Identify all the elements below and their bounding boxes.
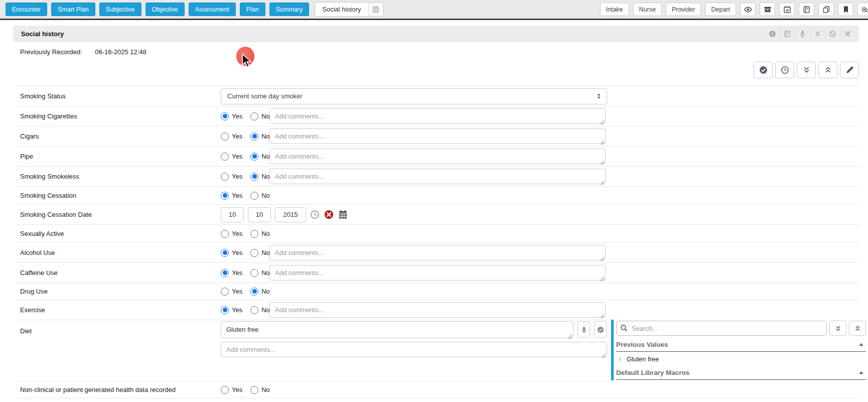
nav-button-objective[interactable]: Objective [146, 3, 185, 16]
cigars-no-radio[interactable]: No [250, 132, 270, 141]
header-close-icon-button[interactable] [840, 28, 855, 40]
tab-social-history[interactable]: Social history [315, 2, 383, 17]
workflow-button-depart[interactable]: Depart [705, 3, 736, 16]
nav-button-smart-plan[interactable]: Smart Plan [51, 3, 95, 16]
section-header-default-library-macros[interactable]: Default Library Macros [616, 366, 866, 380]
chevrons-down-icon [834, 325, 842, 332]
action-pencil-icon-button[interactable] [840, 62, 859, 78]
smoking-cessation-date-yy-input[interactable] [275, 207, 306, 222]
toolbar-book-icon-button[interactable] [799, 3, 814, 16]
yes-radio-label: Yes [232, 153, 242, 160]
smoking-cessation-date-mm-input[interactable] [221, 207, 244, 222]
save-icon[interactable] [368, 3, 383, 16]
smoking-cigarettes-yes-radio[interactable]: Yes [221, 112, 242, 120]
section-header-previous-values[interactable]: Previous Values [616, 338, 866, 352]
caffeine-use-comment-textarea[interactable] [269, 265, 606, 281]
chevrons-up-icon [854, 325, 861, 332]
action-chevrons-down-icon-button[interactable] [797, 62, 816, 78]
row-label-smoking-cessation: Smoking Cessation [15, 192, 221, 199]
sexually-active-yes-radio[interactable]: Yes [221, 230, 242, 238]
toolbar-bookmark-icon-button[interactable] [838, 3, 853, 16]
radio-group-exercise: YesNo [221, 306, 269, 314]
smoking-cigarettes-comment-textarea[interactable] [269, 108, 606, 124]
diet-comment-textarea[interactable] [221, 342, 607, 357]
smoking-smokeless-comment-textarea[interactable] [269, 169, 606, 184]
toolbar-eye-icon-button[interactable] [740, 3, 756, 16]
row-label-alcohol-use: Alcohol Use [15, 249, 221, 256]
pipe-no-radio[interactable]: No [250, 153, 270, 161]
radio-group-alcohol-use: YesNo [221, 249, 269, 257]
macro-panel-accent-bar [611, 320, 614, 380]
header-book-icon-button[interactable] [780, 28, 795, 40]
previous-value-item[interactable]: Gluten free [616, 352, 866, 366]
toolbar-archive-icon-button[interactable] [760, 3, 775, 16]
smoking-cessation-no-radio[interactable]: No [250, 192, 270, 200]
form-row-smoking-status: Smoking StatusCurrent some day smoker [15, 86, 859, 106]
exercise-comment-textarea[interactable] [269, 302, 606, 318]
yes-radio-circle [221, 112, 229, 120]
nav-button-assessment[interactable]: Assessment [189, 3, 236, 16]
toolbar-calendar-check-icon-button[interactable] [779, 3, 795, 16]
smoking-cigarettes-no-radio[interactable]: No [250, 112, 270, 120]
drug-use-no-radio[interactable]: No [250, 288, 270, 296]
sexually-active-no-radio[interactable]: No [250, 230, 270, 238]
cigars-comment-textarea[interactable] [269, 128, 606, 144]
macro-search-input[interactable] [616, 321, 827, 336]
radio-group-non-clinical-or-patient-generated-health-data-recorded: YesNo [221, 386, 269, 394]
caffeine-use-no-radio[interactable]: No [250, 269, 270, 277]
alcohol-use-yes-radio[interactable]: Yes [221, 249, 242, 257]
drug-use-yes-radio[interactable]: Yes [221, 288, 242, 296]
workflow-button-intake[interactable]: Intake [600, 3, 629, 16]
smoking-status-select[interactable]: Current some day smoker [221, 88, 607, 104]
date-clock-icon-button[interactable] [310, 210, 320, 220]
radio-group-pipe: YesNo [221, 153, 269, 161]
smoking-cessation-date-dd-input[interactable] [248, 207, 271, 222]
date-calendar-icon-button[interactable] [338, 210, 348, 220]
exercise-yes-radio[interactable]: Yes [221, 306, 242, 314]
pipe-comment-textarea[interactable] [269, 149, 606, 164]
date-remove-icon-button[interactable] [324, 210, 334, 220]
non-clinical-or-patient-generated-health-data-recorded-yes-radio[interactable]: Yes [221, 386, 242, 394]
header-ban-icon-button[interactable] [825, 28, 840, 40]
exercise-no-radio[interactable]: No [250, 306, 270, 314]
panel-chevrons-down-icon-button[interactable] [829, 321, 846, 336]
radio-group-caffeine-use: YesNo [221, 269, 269, 277]
smoking-cessation-yes-radio[interactable]: Yes [221, 192, 242, 200]
chevrons-down-icon [802, 66, 811, 74]
eye-icon [744, 6, 752, 14]
search-icon [620, 324, 628, 332]
header-mic-icon-button[interactable] [795, 28, 810, 40]
nav-button-plan[interactable]: Plan [240, 3, 265, 16]
diet-check-circle-icon-button[interactable] [594, 321, 607, 338]
pipe-yes-radio[interactable]: Yes [221, 153, 242, 161]
nav-button-summary[interactable]: Summary [269, 3, 309, 16]
nav-button-subjective[interactable]: Subjective [99, 3, 141, 16]
workflow-button-nurse[interactable]: Nurse [633, 3, 662, 16]
diet-value-textarea[interactable] [221, 321, 573, 338]
form-row-non-clinical-or-patient-generated-health-data-recorded: Non-clinical or patient generated health… [15, 381, 859, 398]
panel-chevrons-up-icon-button[interactable] [849, 321, 866, 336]
action-chevrons-up-icon-button[interactable] [818, 62, 837, 78]
alcohol-use-no-radio[interactable]: No [250, 249, 270, 257]
non-clinical-or-patient-generated-health-data-recorded-no-radio[interactable]: No [250, 386, 270, 394]
row-label-pipe: Pipe [15, 153, 221, 160]
form-row-alcohol-use: Alcohol UseYesNo [15, 242, 859, 262]
no-radio-circle [250, 386, 258, 394]
caffeine-use-yes-radio[interactable]: Yes [221, 269, 242, 277]
action-clock-icon-button[interactable] [775, 62, 794, 78]
smoking-smokeless-no-radio[interactable]: No [250, 173, 270, 181]
no-radio-circle [250, 230, 258, 238]
workflow-button-provider[interactable]: Provider [666, 3, 701, 16]
chevrons-down-icon [814, 30, 821, 38]
header-chevrons-down-icon-button[interactable] [810, 28, 825, 40]
toolbar-copy-icon-button[interactable] [818, 3, 834, 16]
cigars-yes-radio[interactable]: Yes [221, 132, 242, 141]
smoking-smokeless-yes-radio[interactable]: Yes [221, 173, 242, 181]
alcohol-use-comment-textarea[interactable] [269, 245, 606, 260]
diet-mic-icon-button[interactable] [577, 321, 590, 338]
toolbar-gear-icon-button[interactable] [857, 3, 868, 16]
radio-group-cigars: YesNo [221, 132, 269, 141]
action-check-circle-icon-button[interactable] [754, 62, 773, 78]
header-help-icon-button[interactable]: ? [765, 28, 780, 40]
nav-button-encounter[interactable]: Encounter [6, 3, 47, 16]
